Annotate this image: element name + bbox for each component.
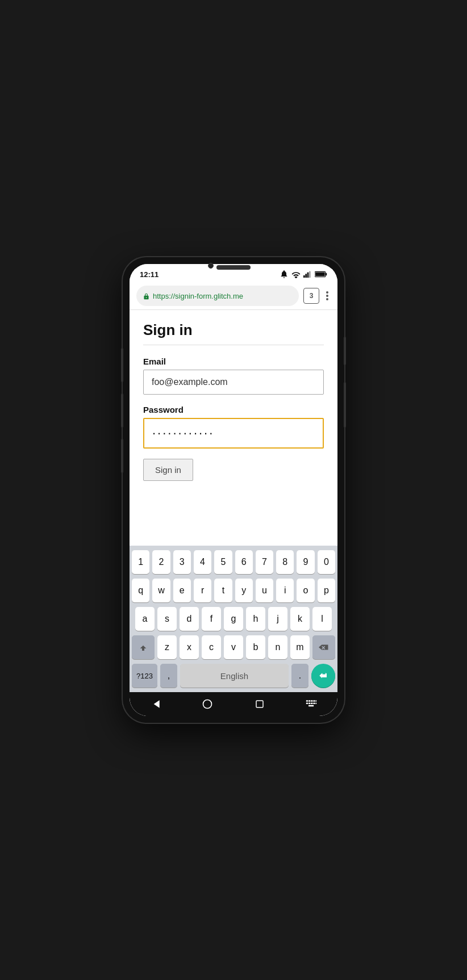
key-x[interactable]: x <box>180 635 199 659</box>
key-p[interactable]: p <box>318 579 335 602</box>
svg-rect-18 <box>311 703 312 705</box>
key-m[interactable]: m <box>290 635 310 659</box>
notification-icon <box>280 270 289 279</box>
svg-marker-7 <box>319 673 326 679</box>
key-b[interactable]: b <box>246 635 265 659</box>
key-v[interactable]: v <box>224 635 243 659</box>
zxcv-row: z x c v b n m <box>132 635 335 659</box>
svg-rect-21 <box>308 705 314 707</box>
svg-point-9 <box>203 700 212 709</box>
backspace-key[interactable] <box>312 635 335 659</box>
key-d[interactable]: d <box>180 607 199 631</box>
svg-rect-11 <box>306 700 308 702</box>
key-s[interactable]: s <box>157 607 177 631</box>
key-i[interactable]: i <box>276 579 294 602</box>
email-input[interactable] <box>143 370 324 395</box>
key-e[interactable]: e <box>173 579 191 602</box>
key-f[interactable]: f <box>202 607 221 631</box>
number-row: 1 2 3 4 5 6 7 8 9 0 <box>132 550 335 574</box>
email-label: Email <box>143 357 324 366</box>
svg-rect-14 <box>314 700 315 702</box>
web-content: Sign in Email Password ············ Sign… <box>130 310 337 546</box>
key-3[interactable]: 3 <box>173 550 191 574</box>
key-1[interactable]: 1 <box>132 550 149 574</box>
asdf-row: a s d f g h j k l <box>132 607 335 631</box>
password-label: Password <box>143 405 324 414</box>
key-u[interactable]: u <box>256 579 273 602</box>
svg-rect-10 <box>256 701 263 707</box>
signin-button[interactable]: Sign in <box>143 459 193 481</box>
url-text: https://signin-form.glitch.me <box>153 292 243 300</box>
key-k[interactable]: k <box>290 607 310 631</box>
phone-frame: 12:11 https://signin-form.glitch.me 3 <box>123 257 344 723</box>
key-0[interactable]: 0 <box>318 550 335 574</box>
back-button[interactable] <box>147 695 165 713</box>
key-6[interactable]: 6 <box>235 550 253 574</box>
tab-count[interactable]: 3 <box>303 288 319 304</box>
key-4[interactable]: 4 <box>194 550 211 574</box>
wifi-icon <box>291 270 301 278</box>
lock-icon <box>143 292 149 300</box>
comma-key[interactable]: , <box>160 664 177 688</box>
svg-rect-15 <box>316 700 317 702</box>
key-l[interactable]: l <box>312 607 332 631</box>
url-domain: signin-form.glitch.me <box>175 292 243 300</box>
url-bar[interactable]: https://signin-form.glitch.me <box>136 286 299 306</box>
page-title: Sign in <box>143 321 324 339</box>
battery-icon <box>315 271 327 278</box>
svg-marker-8 <box>153 700 159 707</box>
key-j[interactable]: j <box>268 607 287 631</box>
key-o[interactable]: o <box>297 579 314 602</box>
key-t[interactable]: t <box>214 579 232 602</box>
status-icons <box>280 270 327 279</box>
svg-rect-12 <box>308 700 310 702</box>
period-key[interactable]: . <box>291 664 308 688</box>
svg-rect-16 <box>306 703 308 705</box>
key-g[interactable]: g <box>224 607 243 631</box>
url-protocol: https:// <box>153 292 175 300</box>
shift-key[interactable] <box>132 635 155 659</box>
key-n[interactable]: n <box>268 635 287 659</box>
nav-bar <box>130 692 337 716</box>
key-2[interactable]: 2 <box>152 550 170 574</box>
status-time: 12:11 <box>140 270 159 279</box>
home-button[interactable] <box>198 695 216 713</box>
menu-button[interactable] <box>324 289 331 303</box>
key-9[interactable]: 9 <box>297 550 314 574</box>
key-y[interactable]: y <box>235 579 253 602</box>
space-key[interactable]: English <box>180 664 289 688</box>
key-r[interactable]: r <box>194 579 211 602</box>
svg-rect-3 <box>309 271 311 278</box>
recents-button[interactable] <box>251 695 269 713</box>
svg-rect-1 <box>305 274 307 278</box>
svg-rect-19 <box>314 703 315 705</box>
svg-rect-6 <box>315 272 325 276</box>
key-c[interactable]: c <box>202 635 221 659</box>
svg-rect-17 <box>308 703 310 705</box>
key-7[interactable]: 7 <box>256 550 273 574</box>
bottom-row: ?123 , English . <box>132 664 335 688</box>
key-8[interactable]: 8 <box>276 550 294 574</box>
signal-icon <box>303 270 312 278</box>
svg-rect-20 <box>316 703 317 705</box>
keyboard: 1 2 3 4 5 6 7 8 9 0 q w e r t y u i <box>130 546 337 692</box>
numeric-toggle-key[interactable]: ?123 <box>132 664 157 688</box>
divider <box>143 345 324 345</box>
key-a[interactable]: a <box>135 607 155 631</box>
enter-key[interactable] <box>311 664 335 688</box>
svg-rect-5 <box>326 273 327 276</box>
key-5[interactable]: 5 <box>214 550 232 574</box>
phone-screen: 12:11 https://signin-form.glitch.me 3 <box>130 264 337 716</box>
key-h[interactable]: h <box>246 607 265 631</box>
svg-rect-13 <box>311 700 312 702</box>
svg-rect-0 <box>303 275 305 278</box>
password-input-display[interactable]: ············ <box>143 418 324 449</box>
password-dots: ············ <box>152 426 214 440</box>
key-z[interactable]: z <box>157 635 177 659</box>
key-q[interactable]: q <box>132 579 149 602</box>
browser-bar: https://signin-form.glitch.me 3 <box>130 282 337 310</box>
keyboard-button[interactable] <box>302 695 320 713</box>
svg-rect-2 <box>307 273 309 278</box>
key-w[interactable]: w <box>152 579 170 602</box>
qwerty-row: q w e r t y u i o p <box>132 579 335 602</box>
